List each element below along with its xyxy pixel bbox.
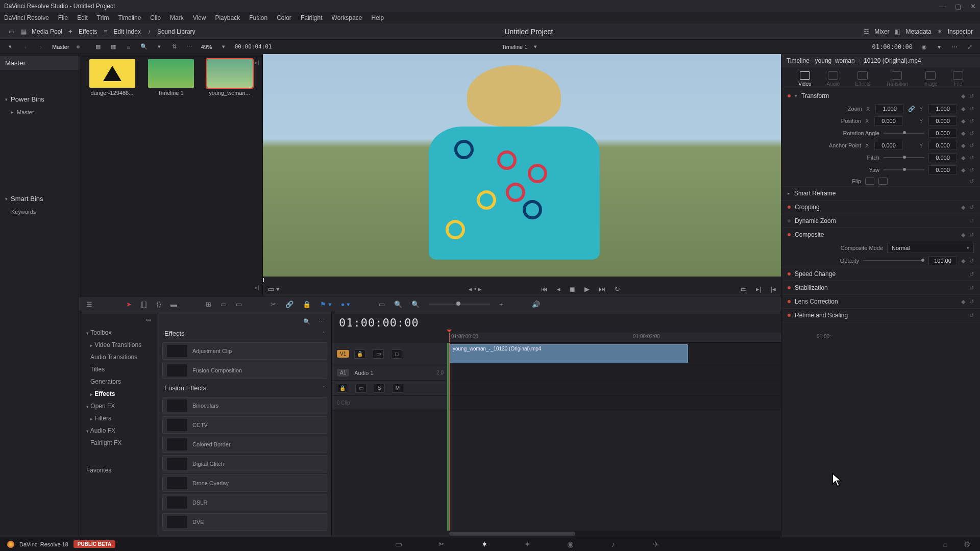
chevron-down-icon[interactable]: ▾: [219, 43, 228, 51]
audio-icon[interactable]: 🔊: [532, 300, 540, 308]
keyframe-icon[interactable]: ◆: [961, 142, 965, 149]
keyframe-icon[interactable]: ◆: [961, 130, 965, 137]
pos-x-input[interactable]: 0.000: [874, 116, 903, 126]
solo-button[interactable]: S: [374, 384, 385, 393]
toolbox-node[interactable]: ▾ Toolbox: [79, 327, 158, 339]
lens-correction-header[interactable]: Lens Correction◆↺: [781, 295, 980, 308]
anchor-x-input[interactable]: 0.000: [874, 141, 903, 150]
blade-tool-icon[interactable]: ▬: [170, 300, 177, 308]
media-thumb[interactable]: danger-129486...: [86, 59, 138, 100]
filters-node[interactable]: ▸ Filters: [79, 412, 158, 424]
menu-item[interactable]: Playback: [215, 14, 240, 21]
menu-item[interactable]: View: [193, 14, 206, 21]
reset-icon[interactable]: ↺: [969, 232, 974, 238]
reset-icon[interactable]: ↺: [969, 118, 974, 124]
yaw-slider[interactable]: [884, 169, 924, 170]
match-frame-icon[interactable]: ▭: [741, 285, 747, 293]
menu-item[interactable]: Edit: [77, 14, 88, 21]
composite-mode-select[interactable]: Normal▾: [887, 243, 974, 253]
lock-icon[interactable]: 🔒: [337, 384, 348, 393]
zoom-in-icon[interactable]: 🔍: [411, 300, 420, 308]
selection-tool-icon[interactable]: ➤: [126, 300, 132, 308]
media-page-icon[interactable]: ▭: [393, 539, 405, 549]
effect-item[interactable]: DVE: [162, 513, 327, 531]
reset-icon[interactable]: ↺: [969, 285, 974, 291]
effect-item[interactable]: Digital Glitch: [162, 455, 327, 472]
maximize-icon[interactable]: ▢: [955, 3, 961, 10]
link-icon[interactable]: 🔗: [285, 300, 293, 308]
menu-item[interactable]: Workspace: [332, 14, 362, 21]
reset-icon[interactable]: ↺: [969, 271, 974, 278]
inspector-tab-effects[interactable]: Effects: [855, 71, 870, 87]
timeline-timecode[interactable]: 01:00:00:00: [339, 316, 419, 329]
panel-icon[interactable]: ▭: [144, 315, 153, 323]
deliver-page-icon[interactable]: ✈: [650, 539, 662, 549]
keyframe-icon[interactable]: ◆: [961, 232, 965, 238]
horizontal-scrollbar[interactable]: [449, 532, 575, 536]
chevron-down-icon[interactable]: ▾: [935, 43, 943, 51]
chevron-down-icon[interactable]: ▾: [531, 43, 540, 51]
opacity-input[interactable]: 100.00: [928, 256, 957, 265]
menu-item[interactable]: Fairlight: [301, 14, 323, 21]
menu-item[interactable]: Trim: [97, 14, 109, 21]
loop-icon[interactable]: ↻: [615, 285, 620, 293]
effect-item[interactable]: Adjustment Clip: [162, 342, 327, 360]
reset-icon[interactable]: ↺: [969, 178, 974, 185]
sort-icon[interactable]: ⇅: [170, 43, 179, 51]
reset-icon[interactable]: ↺: [969, 218, 974, 224]
reset-icon[interactable]: ↺: [969, 106, 974, 112]
pitch-input[interactable]: 0.000: [928, 153, 957, 162]
timeline-name[interactable]: Timeline 1: [502, 44, 527, 50]
keyframe-icon[interactable]: ◆: [961, 204, 965, 211]
search-icon[interactable]: 🔍: [303, 317, 311, 325]
dynamic-trim-icon[interactable]: ⟨⟩: [156, 300, 161, 308]
search-icon[interactable]: 🔍: [140, 43, 148, 51]
yaw-input[interactable]: 0.000: [928, 165, 957, 174]
scrubber-handle[interactable]: [263, 278, 264, 282]
expand-icon[interactable]: ⤢: [966, 43, 974, 51]
inspector-tab-image[interactable]: Image: [923, 71, 938, 87]
titles-node[interactable]: Titles: [79, 363, 158, 375]
keyframe-icon[interactable]: ◆: [961, 118, 965, 124]
effect-item[interactable]: Drone Overlay: [162, 474, 327, 492]
track-badge-v1[interactable]: V1: [337, 350, 349, 358]
stop-icon[interactable]: ◼: [570, 285, 575, 293]
transform-header[interactable]: ▾Transform◆↺: [781, 89, 980, 103]
media-thumb[interactable]: young_woman...: [204, 59, 255, 100]
effects-button[interactable]: ✦Effects: [66, 28, 97, 36]
replace-icon[interactable]: ▭: [236, 300, 242, 308]
inspector-tab-video[interactable]: Video: [798, 71, 811, 87]
favorites-node[interactable]: Favorites: [79, 464, 158, 477]
prev-edit-icon[interactable]: ◂ • ▸: [469, 285, 482, 293]
keyframe-icon[interactable]: ◆: [961, 106, 965, 112]
keyframe-icon[interactable]: ◆: [961, 93, 965, 99]
layout-icon[interactable]: ▭: [7, 28, 15, 36]
speed-change-header[interactable]: Speed Change↺: [781, 267, 980, 281]
effect-item[interactable]: Fusion Composition: [162, 362, 327, 379]
reset-icon[interactable]: ↺: [969, 204, 974, 211]
smart-bins-header[interactable]: ▾ Smart Bins: [0, 192, 79, 206]
anchor-y-input[interactable]: 0.000: [928, 141, 957, 150]
bin-dropdown-icon[interactable]: ▾: [6, 43, 14, 51]
lock-icon[interactable]: 🔒: [354, 349, 365, 359]
openfx-node[interactable]: ▾ Open FX: [79, 400, 158, 412]
stabilization-header[interactable]: Stabilization↺: [781, 281, 980, 294]
keyframe-icon[interactable]: ◆: [961, 258, 965, 264]
menu-item[interactable]: File: [58, 14, 68, 21]
inspector-button[interactable]: ✶Inspector: [936, 28, 973, 36]
flag-icon[interactable]: ⚑ ▾: [320, 300, 332, 308]
effect-item[interactable]: Binoculars: [162, 397, 327, 414]
grid-view-icon[interactable]: ▦: [109, 43, 117, 51]
minimize-icon[interactable]: —: [939, 3, 946, 10]
disable-icon[interactable]: ◻: [391, 349, 402, 359]
sound-library-button[interactable]: ♪Sound Library: [145, 28, 195, 36]
generators-node[interactable]: Generators: [79, 375, 158, 388]
reset-icon[interactable]: ↺: [969, 312, 974, 319]
inspector-tab-audio[interactable]: Audio: [827, 71, 840, 87]
menu-item[interactable]: Color: [277, 14, 291, 21]
effect-item[interactable]: CCTV: [162, 416, 327, 434]
pitch-slider[interactable]: [884, 157, 924, 158]
nav-fwd-icon[interactable]: ›: [37, 43, 45, 51]
fairlightfx-node[interactable]: Fairlight FX: [79, 437, 158, 449]
edit-index-button[interactable]: ≡Edit Index: [102, 28, 141, 36]
